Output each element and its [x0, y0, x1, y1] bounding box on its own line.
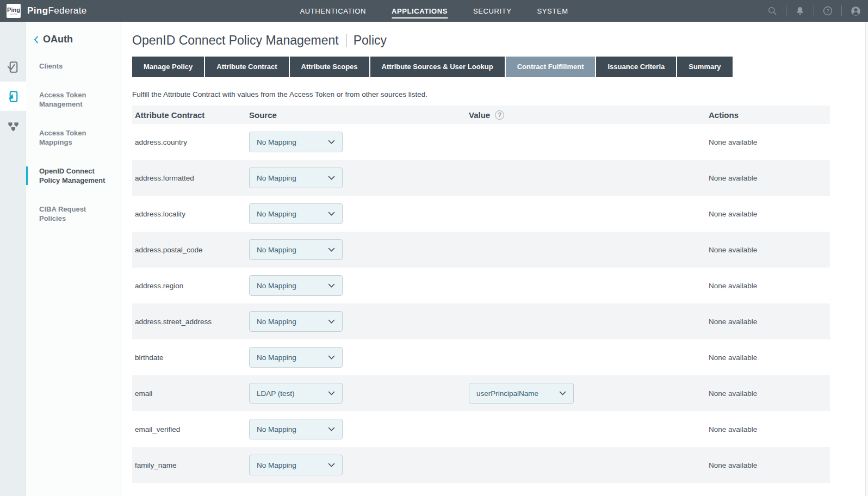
attribute-name: address.street_address	[132, 318, 249, 326]
federation-hub-icon[interactable]	[0, 111, 26, 140]
chevron-down-icon	[328, 176, 335, 180]
attribute-name: address.postal_code	[132, 246, 249, 254]
sidebar-item-access-token-mappings[interactable]: Access Token Mappings	[26, 128, 121, 147]
dropdown-value: No Mapping	[257, 210, 296, 218]
attribute-name: address.locality	[132, 210, 249, 218]
source-dropdown[interactable]: LDAP (test)	[249, 383, 343, 404]
rail-spacer	[0, 22, 26, 52]
sidebar-item-openid-connect-policy-management[interactable]: OpenID Connect Policy Management	[26, 166, 121, 185]
topbar: Ping Identity PingFederate AUTHENTICATIO…	[0, 0, 868, 22]
page-title-row: OpenID Connect Policy Management Policy	[132, 33, 865, 48]
source-dropdown[interactable]: No Mapping	[249, 203, 343, 224]
actions-cell: None available	[709, 246, 830, 254]
search-icon[interactable]	[766, 5, 778, 17]
icon-divider	[841, 5, 842, 16]
actions-cell: None available	[709, 354, 830, 362]
policy-tabs: Manage Policy Attribute Contract Attribu…	[132, 57, 865, 77]
actions-cell: None available	[709, 282, 830, 290]
dropdown-value: userPrincipalName	[476, 389, 538, 398]
top-navigation: AUTHENTICATION APPLICATIONS SECURITY SYS…	[300, 0, 568, 22]
table-body: address.country No Mapping None availabl…	[132, 124, 830, 483]
account-avatar-icon[interactable]	[850, 5, 861, 17]
actions-cell: None available	[709, 389, 830, 398]
attribute-name: address.country	[132, 138, 249, 146]
authorization-clients-icon[interactable]	[0, 52, 26, 82]
tab-attribute-sources-user-lookup[interactable]: Attribute Sources & User Lookup	[370, 57, 505, 77]
sidebar-section-title: OAuth	[43, 34, 73, 45]
source-dropdown[interactable]: No Mapping	[249, 311, 343, 332]
sidebar-back-oauth[interactable]: OAuth	[26, 34, 121, 45]
table-row: address.locality No Mapping None availab…	[132, 196, 830, 232]
page-title: OpenID Connect Policy Management	[132, 33, 339, 48]
icon-rail	[0, 22, 26, 496]
fulfillment-table: Attribute Contract Source Value ? Action…	[132, 106, 830, 483]
source-dropdown[interactable]: No Mapping	[249, 275, 343, 296]
attribute-name: address.formatted	[132, 174, 249, 182]
source-dropdown[interactable]: No Mapping	[249, 455, 343, 475]
attribute-name: family_name	[132, 461, 249, 469]
notifications-bell-icon[interactable]	[794, 5, 806, 17]
actions-cell: None available	[709, 318, 830, 326]
nav-authentication[interactable]: AUTHENTICATION	[300, 0, 366, 22]
chevron-down-icon	[328, 319, 335, 324]
oauth-access-token-icon[interactable]	[0, 82, 26, 111]
table-row: email_verified No Mapping None available	[132, 411, 830, 447]
tab-issuance-criteria[interactable]: Issuance Criteria	[596, 57, 676, 77]
dropdown-value: No Mapping	[257, 282, 296, 290]
value-dropdown[interactable]: userPrincipalName	[469, 383, 574, 404]
sidebar-item-clients[interactable]: Clients	[26, 61, 121, 71]
header-attribute-contract: Attribute Contract	[132, 110, 249, 120]
icon-divider	[814, 5, 814, 16]
table-row: address.postal_code No Mapping None avai…	[132, 232, 830, 268]
value-help-icon[interactable]: ?	[495, 110, 504, 120]
chevron-down-icon	[328, 283, 335, 288]
nav-applications[interactable]: APPLICATIONS	[392, 0, 448, 22]
actions-cell: None available	[709, 174, 830, 182]
actions-cell: None available	[709, 210, 830, 218]
tab-manage-policy[interactable]: Manage Policy	[132, 57, 204, 77]
tab-contract-fulfillment[interactable]: Contract Fulfillment	[506, 57, 596, 77]
tab-attribute-contract[interactable]: Attribute Contract	[205, 57, 288, 77]
table-row: family_name No Mapping None available	[132, 447, 830, 483]
chevron-down-icon	[328, 391, 335, 395]
header-actions: Actions	[709, 110, 830, 120]
header-value-label: Value	[469, 110, 490, 120]
source-dropdown[interactable]: No Mapping	[249, 419, 343, 439]
page-subtitle: Policy	[354, 33, 387, 48]
actions-cell: None available	[709, 138, 830, 146]
tab-summary[interactable]: Summary	[677, 57, 732, 77]
table-row: email LDAP (test) userPrincipalName None…	[132, 375, 830, 411]
sidebar-item-ciba-request-policies[interactable]: CIBA Request Policies	[26, 204, 121, 223]
source-dropdown[interactable]: No Mapping	[249, 168, 343, 188]
value-cell: userPrincipalName	[469, 383, 709, 404]
help-icon[interactable]: ?	[822, 5, 834, 17]
page-description: Fulfill the Attribute Contract with valu…	[132, 90, 865, 98]
source-dropdown[interactable]: No Mapping	[249, 132, 343, 152]
source-dropdown[interactable]: No Mapping	[249, 347, 343, 368]
nav-security[interactable]: SECURITY	[473, 0, 512, 22]
brand-rest: Federate	[48, 5, 86, 16]
chevron-down-icon	[328, 463, 335, 467]
tab-attribute-scopes[interactable]: Attribute Scopes	[290, 57, 369, 77]
chevron-down-icon	[328, 140, 335, 144]
table-row: address.street_address No Mapping None a…	[132, 303, 830, 339]
sidebar: OAuth Clients Access Token Management Ac…	[26, 22, 121, 496]
vertical-scrollbar[interactable]	[865, 22, 868, 496]
dropdown-value: No Mapping	[257, 425, 296, 433]
dropdown-value: No Mapping	[257, 354, 296, 362]
ping-logo-tagline: Identity	[10, 13, 17, 15]
brand-title: PingFederate	[27, 5, 87, 16]
dropdown-value: No Mapping	[257, 461, 296, 469]
chevron-down-icon	[328, 355, 335, 359]
sidebar-item-access-token-management[interactable]: Access Token Management	[26, 90, 121, 109]
svg-text:?: ?	[826, 8, 829, 14]
attribute-name: address.region	[132, 282, 249, 290]
dropdown-value: No Mapping	[257, 246, 296, 254]
nav-system[interactable]: SYSTEM	[537, 0, 568, 22]
icon-divider	[786, 5, 786, 16]
topbar-icons: ?	[766, 5, 868, 17]
brand-bold: Ping	[27, 5, 48, 16]
attribute-name: birthdate	[132, 354, 249, 362]
source-dropdown[interactable]: No Mapping	[249, 239, 343, 260]
dropdown-value: No Mapping	[257, 318, 296, 326]
